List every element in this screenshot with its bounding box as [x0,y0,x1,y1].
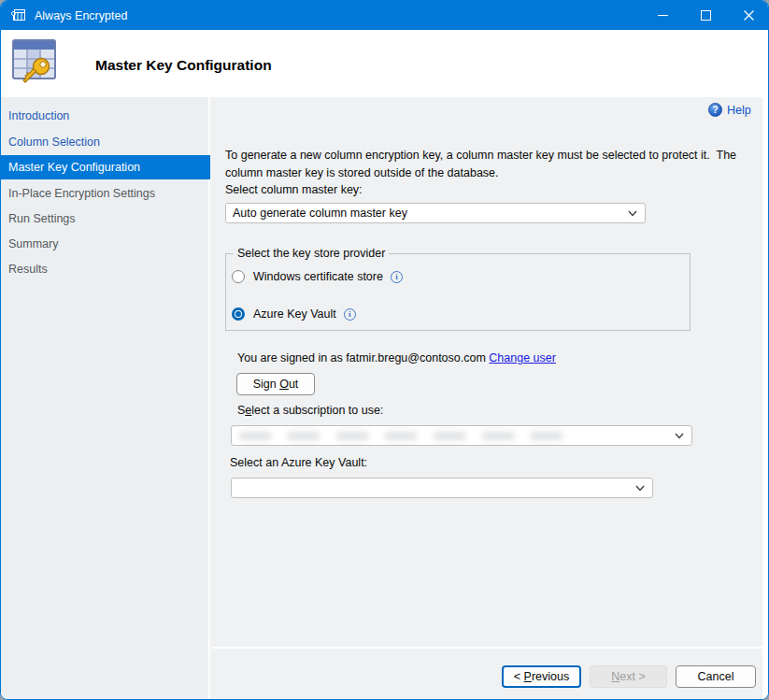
minimize-icon [658,10,668,21]
radio-unchecked-icon [232,270,245,283]
signed-in-text: You are signed in as fatmir.bregu@contos… [237,351,556,364]
header: Master Key Configuration [2,30,769,97]
radio-azure-key-vault[interactable]: Azure Key Vault i [232,307,356,321]
sidebar-item-in-place-encryption-settings[interactable]: In-Place Encryption Settings [1,180,210,206]
titlebar: Always Encrypted [1,1,769,30]
subscription-label: Select a subscription to use: [237,404,383,417]
table-key-app-icon [10,7,26,23]
page-description: To generate a new column encryption key,… [225,147,750,182]
cmk-label: Select column master key: [225,183,363,196]
next-button: Next > [590,665,667,688]
cmk-dropdown[interactable]: Auto generate column master key [225,203,646,223]
sidebar-item-summary[interactable]: Summary [1,231,210,256]
help-icon: ? [708,103,722,117]
signed-in-prefix: You are signed in as [237,351,346,364]
sidebar-item-master-key-configuration[interactable]: Master Key Configuration [1,155,210,179]
change-user-link[interactable]: Change user [489,351,556,364]
page-title: Master Key Configuration [95,57,272,74]
close-button[interactable] [727,1,769,30]
keyvault-dropdown[interactable] [231,478,653,498]
previous-button[interactable]: < Previous [502,665,581,688]
keyvault-label: Select an Azure Key Vault: [230,456,367,469]
sidebar-item-results[interactable]: Results [1,256,210,281]
cmk-dropdown-value: Auto generate column master key [233,207,407,220]
footer-separator [212,647,762,649]
always-encrypted-icon [11,37,58,86]
chevron-down-icon [635,485,645,492]
sidebar-item-introduction[interactable]: Introduction [1,103,210,128]
right-gutter [762,97,769,700]
chevron-down-icon [675,433,684,439]
close-icon [744,10,754,21]
radio-azure-key-vault-label: Azure Key Vault [253,307,336,321]
maximize-button[interactable] [684,1,727,30]
cancel-button[interactable]: Cancel [676,665,756,688]
radio-checked-icon [232,307,245,321]
sidebar-item-column-selection[interactable]: Column Selection [1,129,210,154]
radio-windows-certificate-store[interactable]: Windows certificate store i [232,270,403,283]
sidebar-item-run-settings[interactable]: Run Settings [1,206,210,231]
info-icon[interactable]: i [344,308,356,321]
radio-windows-certificate-store-label: Windows certificate store [253,270,383,283]
maximize-icon [701,10,711,21]
sign-out-button[interactable]: Sign Out [236,373,315,395]
help-button[interactable]: ? Help [708,103,751,117]
window-title: Always Encrypted [35,9,127,22]
chevron-down-icon [628,210,637,217]
help-label: Help [727,104,751,117]
wizard-steps-sidebar: Introduction Column Selection Master Key… [1,97,210,700]
keystore-group-title: Select the key store provider [234,247,389,260]
subscription-dropdown[interactable] [231,425,692,446]
minimize-button[interactable] [641,1,684,30]
signed-in-email: fatmir.bregu@contoso.com [346,351,486,364]
always-encrypted-wizard-window: Always Encrypted [0,0,769,700]
redacted-subscription-text [239,432,576,440]
info-icon[interactable]: i [391,271,403,283]
keystore-groupbox: Select the key store provider Windows ce… [225,253,691,331]
